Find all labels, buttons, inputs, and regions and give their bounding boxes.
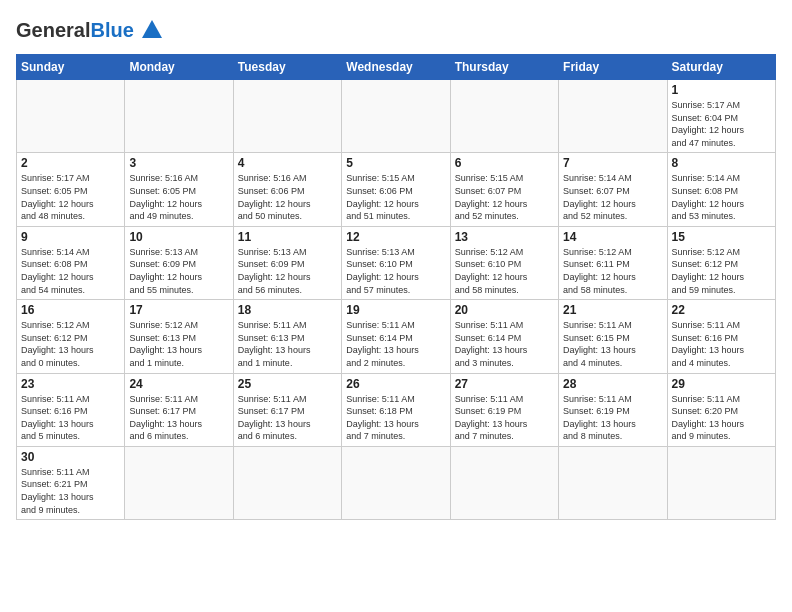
- calendar-cell: 9Sunrise: 5:14 AM Sunset: 6:08 PM Daylig…: [17, 226, 125, 299]
- calendar-week-row: 23Sunrise: 5:11 AM Sunset: 6:16 PM Dayli…: [17, 373, 776, 446]
- day-info: Sunrise: 5:11 AM Sunset: 6:19 PM Dayligh…: [455, 393, 554, 443]
- day-number: 6: [455, 156, 554, 170]
- weekday-header-saturday: Saturday: [667, 55, 775, 80]
- day-number: 13: [455, 230, 554, 244]
- day-info: Sunrise: 5:12 AM Sunset: 6:12 PM Dayligh…: [21, 319, 120, 369]
- calendar-cell: 5Sunrise: 5:15 AM Sunset: 6:06 PM Daylig…: [342, 153, 450, 226]
- weekday-header-sunday: Sunday: [17, 55, 125, 80]
- day-info: Sunrise: 5:11 AM Sunset: 6:16 PM Dayligh…: [21, 393, 120, 443]
- calendar-week-row: 30Sunrise: 5:11 AM Sunset: 6:21 PM Dayli…: [17, 446, 776, 519]
- page: GeneralBlue SundayMondayTuesdayWednesday…: [0, 0, 792, 528]
- day-info: Sunrise: 5:12 AM Sunset: 6:13 PM Dayligh…: [129, 319, 228, 369]
- day-number: 19: [346, 303, 445, 317]
- day-number: 18: [238, 303, 337, 317]
- day-number: 30: [21, 450, 120, 464]
- calendar-cell: [559, 80, 667, 153]
- day-number: 8: [672, 156, 771, 170]
- calendar-cell: 30Sunrise: 5:11 AM Sunset: 6:21 PM Dayli…: [17, 446, 125, 519]
- calendar-cell: [667, 446, 775, 519]
- day-info: Sunrise: 5:11 AM Sunset: 6:15 PM Dayligh…: [563, 319, 662, 369]
- weekday-header-thursday: Thursday: [450, 55, 558, 80]
- day-info: Sunrise: 5:12 AM Sunset: 6:11 PM Dayligh…: [563, 246, 662, 296]
- calendar-cell: 15Sunrise: 5:12 AM Sunset: 6:12 PM Dayli…: [667, 226, 775, 299]
- day-info: Sunrise: 5:11 AM Sunset: 6:20 PM Dayligh…: [672, 393, 771, 443]
- calendar-week-row: 9Sunrise: 5:14 AM Sunset: 6:08 PM Daylig…: [17, 226, 776, 299]
- day-number: 5: [346, 156, 445, 170]
- weekday-header-wednesday: Wednesday: [342, 55, 450, 80]
- day-number: 1: [672, 83, 771, 97]
- calendar-cell: 23Sunrise: 5:11 AM Sunset: 6:16 PM Dayli…: [17, 373, 125, 446]
- day-info: Sunrise: 5:11 AM Sunset: 6:18 PM Dayligh…: [346, 393, 445, 443]
- day-info: Sunrise: 5:12 AM Sunset: 6:12 PM Dayligh…: [672, 246, 771, 296]
- calendar-cell: 19Sunrise: 5:11 AM Sunset: 6:14 PM Dayli…: [342, 300, 450, 373]
- day-info: Sunrise: 5:13 AM Sunset: 6:09 PM Dayligh…: [238, 246, 337, 296]
- calendar-week-row: 1Sunrise: 5:17 AM Sunset: 6:04 PM Daylig…: [17, 80, 776, 153]
- calendar-cell: 20Sunrise: 5:11 AM Sunset: 6:14 PM Dayli…: [450, 300, 558, 373]
- day-number: 7: [563, 156, 662, 170]
- day-number: 28: [563, 377, 662, 391]
- day-number: 27: [455, 377, 554, 391]
- calendar-cell: 24Sunrise: 5:11 AM Sunset: 6:17 PM Dayli…: [125, 373, 233, 446]
- calendar-cell: [342, 446, 450, 519]
- day-info: Sunrise: 5:11 AM Sunset: 6:16 PM Dayligh…: [672, 319, 771, 369]
- calendar-table: SundayMondayTuesdayWednesdayThursdayFrid…: [16, 54, 776, 520]
- calendar-cell: 1Sunrise: 5:17 AM Sunset: 6:04 PM Daylig…: [667, 80, 775, 153]
- day-info: Sunrise: 5:13 AM Sunset: 6:10 PM Dayligh…: [346, 246, 445, 296]
- calendar-cell: 11Sunrise: 5:13 AM Sunset: 6:09 PM Dayli…: [233, 226, 341, 299]
- calendar-week-row: 2Sunrise: 5:17 AM Sunset: 6:05 PM Daylig…: [17, 153, 776, 226]
- day-number: 16: [21, 303, 120, 317]
- calendar-cell: 3Sunrise: 5:16 AM Sunset: 6:05 PM Daylig…: [125, 153, 233, 226]
- day-number: 14: [563, 230, 662, 244]
- day-number: 9: [21, 230, 120, 244]
- day-info: Sunrise: 5:12 AM Sunset: 6:10 PM Dayligh…: [455, 246, 554, 296]
- logo-icon: [138, 16, 166, 44]
- calendar-cell: 6Sunrise: 5:15 AM Sunset: 6:07 PM Daylig…: [450, 153, 558, 226]
- calendar-cell: 10Sunrise: 5:13 AM Sunset: 6:09 PM Dayli…: [125, 226, 233, 299]
- day-info: Sunrise: 5:15 AM Sunset: 6:07 PM Dayligh…: [455, 172, 554, 222]
- day-info: Sunrise: 5:11 AM Sunset: 6:21 PM Dayligh…: [21, 466, 120, 516]
- calendar-cell: 22Sunrise: 5:11 AM Sunset: 6:16 PM Dayli…: [667, 300, 775, 373]
- calendar-cell: 29Sunrise: 5:11 AM Sunset: 6:20 PM Dayli…: [667, 373, 775, 446]
- calendar-cell: [233, 80, 341, 153]
- logo-area: GeneralBlue: [16, 16, 166, 44]
- day-info: Sunrise: 5:17 AM Sunset: 6:04 PM Dayligh…: [672, 99, 771, 149]
- day-info: Sunrise: 5:11 AM Sunset: 6:14 PM Dayligh…: [346, 319, 445, 369]
- day-number: 10: [129, 230, 228, 244]
- day-info: Sunrise: 5:14 AM Sunset: 6:08 PM Dayligh…: [21, 246, 120, 296]
- day-number: 3: [129, 156, 228, 170]
- calendar-cell: 13Sunrise: 5:12 AM Sunset: 6:10 PM Dayli…: [450, 226, 558, 299]
- day-number: 22: [672, 303, 771, 317]
- day-info: Sunrise: 5:17 AM Sunset: 6:05 PM Dayligh…: [21, 172, 120, 222]
- svg-marker-0: [142, 20, 162, 38]
- calendar-week-row: 16Sunrise: 5:12 AM Sunset: 6:12 PM Dayli…: [17, 300, 776, 373]
- calendar-cell: 27Sunrise: 5:11 AM Sunset: 6:19 PM Dayli…: [450, 373, 558, 446]
- calendar-cell: [342, 80, 450, 153]
- day-number: 24: [129, 377, 228, 391]
- weekday-header-monday: Monday: [125, 55, 233, 80]
- day-number: 20: [455, 303, 554, 317]
- calendar-cell: 21Sunrise: 5:11 AM Sunset: 6:15 PM Dayli…: [559, 300, 667, 373]
- calendar-cell: [125, 446, 233, 519]
- calendar-cell: 17Sunrise: 5:12 AM Sunset: 6:13 PM Dayli…: [125, 300, 233, 373]
- day-number: 2: [21, 156, 120, 170]
- day-info: Sunrise: 5:11 AM Sunset: 6:17 PM Dayligh…: [129, 393, 228, 443]
- weekday-header-friday: Friday: [559, 55, 667, 80]
- day-info: Sunrise: 5:16 AM Sunset: 6:06 PM Dayligh…: [238, 172, 337, 222]
- day-number: 17: [129, 303, 228, 317]
- calendar-cell: 25Sunrise: 5:11 AM Sunset: 6:17 PM Dayli…: [233, 373, 341, 446]
- day-info: Sunrise: 5:11 AM Sunset: 6:13 PM Dayligh…: [238, 319, 337, 369]
- calendar-cell: 18Sunrise: 5:11 AM Sunset: 6:13 PM Dayli…: [233, 300, 341, 373]
- day-number: 26: [346, 377, 445, 391]
- day-info: Sunrise: 5:14 AM Sunset: 6:08 PM Dayligh…: [672, 172, 771, 222]
- weekday-header-tuesday: Tuesday: [233, 55, 341, 80]
- day-number: 4: [238, 156, 337, 170]
- day-info: Sunrise: 5:13 AM Sunset: 6:09 PM Dayligh…: [129, 246, 228, 296]
- calendar-cell: 16Sunrise: 5:12 AM Sunset: 6:12 PM Dayli…: [17, 300, 125, 373]
- calendar-cell: [559, 446, 667, 519]
- day-number: 15: [672, 230, 771, 244]
- calendar-cell: 28Sunrise: 5:11 AM Sunset: 6:19 PM Dayli…: [559, 373, 667, 446]
- calendar-cell: 4Sunrise: 5:16 AM Sunset: 6:06 PM Daylig…: [233, 153, 341, 226]
- calendar-cell: [450, 80, 558, 153]
- day-info: Sunrise: 5:14 AM Sunset: 6:07 PM Dayligh…: [563, 172, 662, 222]
- calendar-cell: 14Sunrise: 5:12 AM Sunset: 6:11 PM Dayli…: [559, 226, 667, 299]
